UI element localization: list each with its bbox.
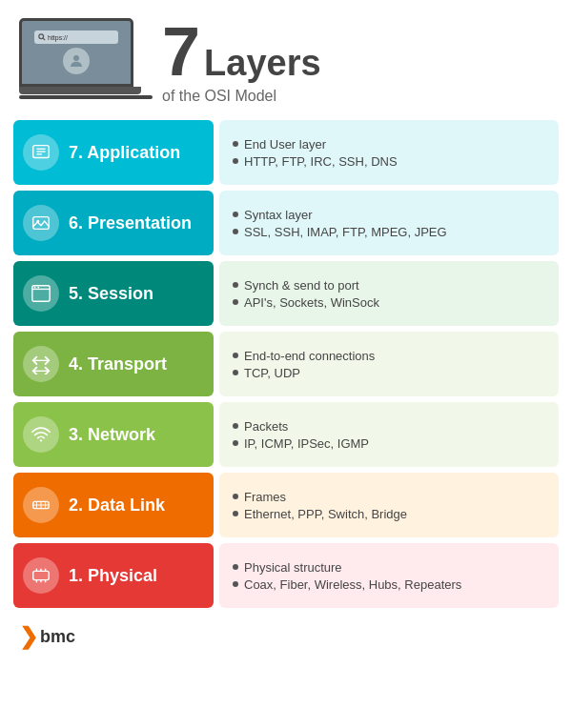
layer-bullet2-text: HTTP, FTP, IRC, SSH, DNS	[244, 154, 398, 169]
layers-container: 7. Application End User layer HTTP, FTP,…	[0, 114, 572, 614]
layer-title-layer-7: 7. Application	[69, 143, 180, 163]
svg-point-12	[37, 287, 39, 289]
title-area: 7 Layers of the OSI Model	[162, 17, 321, 105]
layer-bullet2-layer-5: API's, Sockets, WinSock	[233, 295, 545, 310]
layer-bullet1-layer-2: Frames	[233, 490, 545, 504]
layer-right-layer-7: End User layer HTTP, FTP, IRC, SSH, DNS	[219, 120, 559, 185]
layer-title-layer-1: 1. Physical	[69, 566, 157, 586]
bullet-dot	[233, 423, 238, 429]
bmc-logo: ❯ bmc	[19, 623, 75, 650]
laptop-base	[19, 87, 141, 94]
bullet-dot	[233, 494, 238, 499]
header: https:// 7 Layers of the OSI Model	[0, 0, 572, 114]
layer-left-layer-4: 4. Transport	[13, 332, 214, 396]
address-text: https://	[48, 34, 68, 41]
layer-row-layer-5: 5. Session Synch & send to port API's, S…	[13, 261, 559, 326]
title-layers: Layers	[204, 45, 321, 81]
bullet-dot	[233, 581, 238, 587]
layer-bullet1-text: Physical structure	[244, 560, 342, 575]
layer-left-layer-1: 1. Physical	[13, 543, 214, 608]
bullet-dot	[233, 158, 238, 164]
layer-bullet1-layer-6: Syntax layer	[233, 208, 545, 222]
layer-icon-layer-1	[23, 557, 59, 594]
bullet-dot	[233, 229, 238, 234]
layer-bullet2-text: Ethernet, PPP, Switch, Bridge	[244, 507, 407, 521]
layer-bullet1-text: End User layer	[244, 137, 326, 152]
layer-bullet1-layer-1: Physical structure	[233, 560, 545, 575]
bullet-dot	[233, 370, 238, 375]
bullet-dot	[233, 353, 238, 358]
layer-bullet1-text: Frames	[244, 490, 286, 504]
layer-bullet1-text: Syntax layer	[244, 208, 313, 222]
layer-row-layer-4: 4. Transport End-to-end connections TCP,…	[13, 332, 559, 396]
layer-row-layer-3: 3. Network Packets IP, ICMP, IPSec, IGMP	[13, 402, 559, 467]
layer-right-layer-4: End-to-end connections TCP, UDP	[219, 332, 559, 396]
layer-title-layer-6: 6. Presentation	[69, 213, 192, 233]
laptop-illustration: https://	[19, 18, 143, 104]
layer-icon-layer-2	[23, 487, 59, 523]
search-icon	[38, 33, 46, 41]
title-subtitle: of the OSI Model	[162, 88, 321, 105]
layer-bullet1-layer-5: Synch & send to port	[233, 278, 545, 293]
layer-left-layer-5: 5. Session	[13, 261, 214, 326]
layer-left-layer-3: 3. Network	[13, 402, 214, 467]
layer-right-layer-6: Syntax layer SSL, SSH, IMAP, FTP, MPEG, …	[219, 191, 559, 255]
layer-bullet1-text: Synch & send to port	[244, 278, 359, 293]
bullet-dot	[233, 212, 238, 217]
layer-title-layer-5: 5. Session	[69, 284, 153, 304]
svg-line-1	[43, 38, 45, 40]
svg-rect-21	[33, 571, 50, 579]
layer-icon-layer-6	[23, 205, 59, 241]
user-icon	[68, 52, 85, 70]
layer-left-layer-2: 2. Data Link	[13, 473, 214, 537]
svg-point-15	[40, 439, 42, 441]
layer-row-layer-6: 6. Presentation Syntax layer SSL, SSH, I…	[13, 191, 559, 255]
layer-bullet2-text: API's, Sockets, WinSock	[244, 295, 379, 310]
svg-point-2	[73, 55, 79, 61]
layer-bullet2-text: SSL, SSH, IMAP, FTP, MPEG, JPEG	[244, 225, 447, 239]
layer-bullet2-layer-4: TCP, UDP	[233, 366, 545, 380]
svg-point-0	[39, 34, 44, 39]
svg-point-11	[34, 287, 36, 289]
chevron-icon: ❯	[19, 623, 38, 650]
layer-icon-layer-7	[23, 134, 59, 171]
layer-row-layer-7: 7. Application End User layer HTTP, FTP,…	[13, 120, 559, 185]
layer-bullet2-text: Coax, Fiber, Wireless, Hubs, Repeaters	[244, 577, 461, 592]
bullet-dot	[233, 141, 238, 147]
layer-title-layer-3: 3. Network	[69, 425, 155, 445]
bullet-dot	[233, 440, 238, 446]
layer-row-layer-2: 2. Data Link Frames Ethernet, PPP, Switc…	[13, 473, 559, 537]
layer-bullet1-text: End-to-end connections	[244, 349, 375, 363]
layer-right-layer-5: Synch & send to port API's, Sockets, Win…	[219, 261, 559, 326]
bullet-dot	[233, 511, 238, 516]
address-bar: https://	[34, 30, 118, 44]
layer-bullet2-text: TCP, UDP	[244, 366, 300, 380]
user-avatar	[63, 48, 90, 74]
layer-bullet2-layer-3: IP, ICMP, IPSec, IGMP	[233, 436, 545, 451]
layer-bullet2-layer-2: Ethernet, PPP, Switch, Bridge	[233, 507, 545, 521]
layer-title-layer-2: 2. Data Link	[69, 495, 165, 516]
layer-bullet1-layer-7: End User layer	[233, 137, 545, 152]
layer-bullet2-layer-7: HTTP, FTP, IRC, SSH, DNS	[233, 154, 545, 169]
layer-icon-layer-5	[23, 275, 59, 312]
title-number: 7	[162, 17, 200, 86]
bmc-text: bmc	[40, 627, 75, 647]
layer-bullet2-text: IP, ICMP, IPSec, IGMP	[244, 436, 369, 451]
layer-right-layer-1: Physical structure Coax, Fiber, Wireless…	[219, 543, 559, 608]
bullet-dot	[233, 299, 238, 305]
layer-row-layer-1: 1. Physical Physical structure Coax, Fib…	[13, 543, 559, 608]
layer-bullet2-layer-1: Coax, Fiber, Wireless, Hubs, Repeaters	[233, 577, 545, 592]
layer-left-layer-7: 7. Application	[13, 120, 214, 185]
layer-icon-layer-3	[23, 416, 59, 453]
laptop-foot	[19, 95, 153, 99]
layer-bullet1-layer-3: Packets	[233, 419, 545, 434]
layer-right-layer-2: Frames Ethernet, PPP, Switch, Bridge	[219, 473, 559, 537]
layer-icon-layer-4	[23, 346, 59, 382]
bullet-dot	[233, 282, 238, 288]
bullet-dot	[233, 564, 238, 570]
layer-left-layer-6: 6. Presentation	[13, 191, 214, 255]
layer-bullet2-layer-6: SSL, SSH, IMAP, FTP, MPEG, JPEG	[233, 225, 545, 239]
layer-bullet1-layer-4: End-to-end connections	[233, 349, 545, 363]
laptop-screen: https://	[19, 18, 133, 87]
footer: ❯ bmc	[0, 614, 572, 659]
